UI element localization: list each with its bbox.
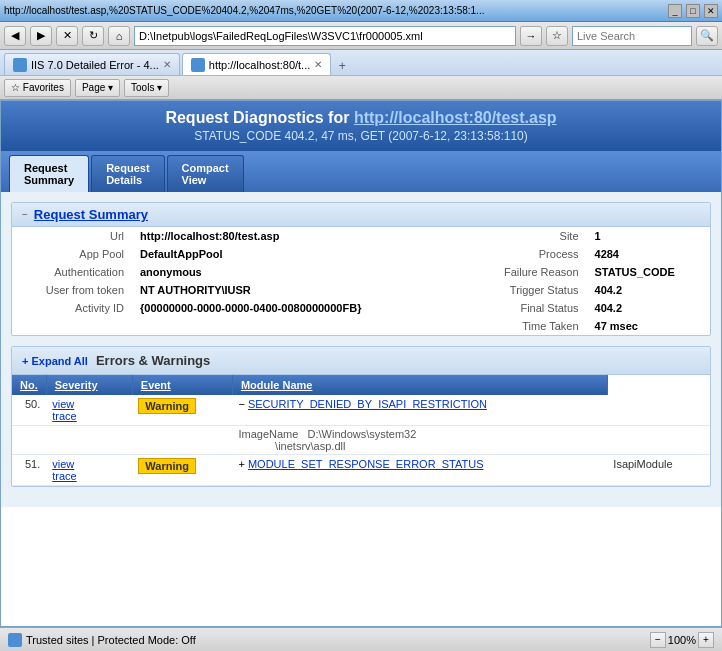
- extra-toolbar: ☆ Favorites Page ▾ Tools ▾: [0, 76, 722, 100]
- imagename-cell: ImageName D:\Windows\system32 \inetsrv\a…: [232, 426, 607, 455]
- summary-row-auth: Authentication anonymous Failure Reason …: [12, 263, 710, 281]
- row-no-51: 51.: [12, 455, 46, 486]
- user-label: User from token: [12, 281, 132, 299]
- failure-reason-label: Failure Reason: [467, 263, 587, 281]
- favorites-add-button[interactable]: ☆ Favorites: [4, 79, 71, 97]
- page-menu-button[interactable]: Page ▾: [75, 79, 120, 97]
- section-toggle[interactable]: −: [22, 209, 28, 220]
- errors-title: Errors & Warnings: [96, 353, 210, 368]
- col-no[interactable]: No.: [12, 375, 46, 395]
- row-no-50: 50.: [12, 395, 46, 426]
- tab-iis-error[interactable]: IIS 7.0 Detailed Error - 4... ✕: [4, 53, 180, 75]
- browser-tabs: IIS 7.0 Detailed Error - 4... ✕ http://l…: [0, 50, 722, 76]
- summary-row-activity: Activity ID {00000000-0000-0000-0400-008…: [12, 299, 710, 317]
- trusted-icon: [8, 633, 22, 647]
- trigger-status-label: Trigger Status: [467, 281, 587, 299]
- tab-favicon-2: [191, 58, 205, 72]
- page-content: Request Diagnostics for http://localhost…: [0, 100, 722, 627]
- maximize-button[interactable]: □: [686, 4, 700, 18]
- row-module-51: IsapiModule: [607, 455, 710, 486]
- close-button[interactable]: ✕: [704, 4, 718, 18]
- trusted-sites-label: Trusted sites | Protected Mode: Off: [26, 634, 196, 646]
- section-title[interactable]: Request Summary: [34, 207, 148, 222]
- warning-badge-51: Warning: [138, 458, 196, 474]
- zoom-controls: − 100% +: [650, 632, 714, 648]
- view-trace-51[interactable]: viewtrace: [52, 458, 126, 482]
- failure-reason-value: STATUS_CODE: [587, 263, 710, 281]
- errors-table-header: No. Severity Event Module Name: [12, 375, 710, 395]
- browser-toolbar: ◀ ▶ ✕ ↻ ⌂ → ☆ 🔍: [0, 22, 722, 50]
- page-subtitle: STATUS_CODE 404.2, 47 ms, GET (2007-6-12…: [17, 129, 705, 143]
- final-status-label: Final Status: [467, 299, 587, 317]
- trigger-status-value: 404.2: [587, 281, 710, 299]
- view-trace-50[interactable]: viewtrace: [52, 398, 126, 422]
- event-link-50[interactable]: SECURITY_DENIED_BY_ISAPI_RESTRICTION: [248, 398, 487, 410]
- tools-menu-button[interactable]: Tools ▾: [124, 79, 169, 97]
- event-link-51[interactable]: MODULE_SET_RESPONSE_ERROR_STATUS: [248, 458, 484, 470]
- address-bar[interactable]: [134, 26, 516, 46]
- tab-localhost[interactable]: http://localhost:80/t... ✕: [182, 53, 332, 75]
- activity-label: Activity ID: [12, 299, 132, 317]
- page-nav-tabs: RequestSummary RequestDetails CompactVie…: [1, 151, 721, 192]
- errors-header: + Expand All Errors & Warnings: [12, 347, 710, 375]
- auth-value: anonymous: [132, 263, 437, 281]
- summary-row-apppool: App Pool DefaultAppPool Process 4284: [12, 245, 710, 263]
- summary-row-user: User from token NT AUTHORITY\IUSR Trigge…: [12, 281, 710, 299]
- tab-request-details[interactable]: RequestDetails: [91, 155, 164, 192]
- status-left: Trusted sites | Protected Mode: Off: [8, 633, 196, 647]
- request-summary-box: − Request Summary Url http://localhost:8…: [11, 202, 711, 336]
- go-button[interactable]: →: [520, 26, 542, 46]
- url-value: http://localhost:80/test.asp: [132, 227, 437, 245]
- zoom-level: 100%: [668, 634, 696, 646]
- event-prefix-50: −: [238, 398, 244, 410]
- tab-close-1[interactable]: ✕: [163, 59, 171, 70]
- event-prefix-51: +: [238, 458, 244, 470]
- tab-request-summary[interactable]: RequestSummary: [9, 155, 89, 192]
- header-prefix: Request Diagnostics for: [165, 109, 353, 126]
- row-event-51: + MODULE_SET_RESPONSE_ERROR_STATUS: [232, 455, 607, 486]
- activity-value: {00000000-0000-0000-0400-0080000000FB}: [132, 299, 437, 317]
- imagename-label: ImageName: [238, 428, 298, 440]
- url-label: Url: [12, 227, 132, 245]
- row-module-50: [607, 395, 710, 426]
- search-button[interactable]: 🔍: [696, 26, 718, 46]
- tab-label-1: IIS 7.0 Detailed Error - 4...: [31, 59, 159, 71]
- apppool-value: DefaultAppPool: [132, 245, 437, 263]
- row-viewlink-50: viewtrace: [46, 395, 132, 426]
- auth-label: Authentication: [12, 263, 132, 281]
- final-status-value: 404.2: [587, 299, 710, 317]
- tab-close-2[interactable]: ✕: [314, 59, 322, 70]
- stop-button[interactable]: ✕: [56, 26, 78, 46]
- favorites-button[interactable]: ☆: [546, 26, 568, 46]
- new-tab-button[interactable]: +: [333, 57, 351, 75]
- home-button[interactable]: ⌂: [108, 26, 130, 46]
- summary-row-url: Url http://localhost:80/test.asp Site 1: [12, 227, 710, 245]
- summary-row-timetaken: Time Taken 47 msec: [12, 317, 710, 335]
- col-event[interactable]: Event: [132, 375, 232, 395]
- row-event-50: − SECURITY_DENIED_BY_ISAPI_RESTRICTION: [232, 395, 607, 426]
- time-taken-value: 47 msec: [587, 317, 710, 335]
- refresh-button[interactable]: ↻: [82, 26, 104, 46]
- forward-button[interactable]: ▶: [30, 26, 52, 46]
- col-module[interactable]: Module Name: [232, 375, 607, 395]
- browser-title: http://localhost/test.asp,%20STATUS_CODE…: [4, 5, 664, 16]
- expand-all-button[interactable]: + Expand All: [22, 355, 88, 367]
- zoom-in-button[interactable]: +: [698, 632, 714, 648]
- page-title: Request Diagnostics for http://localhost…: [17, 109, 705, 127]
- zoom-out-button[interactable]: −: [650, 632, 666, 648]
- time-taken-label: Time Taken: [467, 317, 587, 335]
- minimize-button[interactable]: _: [668, 4, 682, 18]
- table-row: 50. viewtrace Warning − SECURITY_DENIED_…: [12, 395, 710, 426]
- header-url-link[interactable]: http://localhost:80/test.asp: [354, 109, 557, 126]
- errors-table: No. Severity Event Module Name 50. viewt…: [12, 375, 710, 486]
- search-input[interactable]: [572, 26, 692, 46]
- user-value: NT AUTHORITY\IUSR: [132, 281, 437, 299]
- col-severity[interactable]: Severity: [46, 375, 132, 395]
- tab-favicon-1: [13, 58, 27, 72]
- status-bar: Trusted sites | Protected Mode: Off − 10…: [0, 627, 722, 651]
- table-row: 51. viewtrace Warning + MODULE_SET_RESPO…: [12, 455, 710, 486]
- back-button[interactable]: ◀: [4, 26, 26, 46]
- request-summary-header: − Request Summary: [12, 203, 710, 227]
- tab-compact-view[interactable]: CompactView: [167, 155, 244, 192]
- status-right: − 100% +: [650, 632, 714, 648]
